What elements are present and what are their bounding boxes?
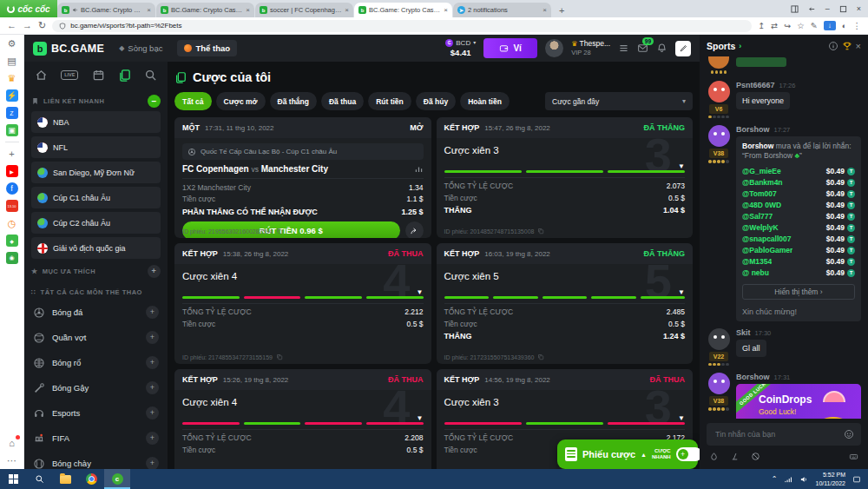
quick-link-item[interactable]: NBA (31, 111, 161, 133)
add-icon[interactable]: + (6, 148, 18, 160)
show-more-button[interactable]: Hiển thị thêm › (742, 284, 855, 300)
youtube-icon[interactable]: ▶ (6, 165, 18, 177)
quick-link-item[interactable]: San Diego, Mỹ Đơn Nữ (31, 162, 161, 183)
tab-close-icon[interactable]: × (246, 6, 250, 14)
match-row[interactable]: FC Copenhagen vs Manchester City (182, 164, 424, 174)
coindrops-card[interactable]: GOOD LUCK CoinDrops Good Luck! Grab (736, 384, 861, 419)
action-center-icon[interactable] (852, 475, 861, 484)
expand-sport-button[interactable]: + (146, 356, 159, 369)
volume-icon[interactable] (799, 475, 808, 484)
avatar[interactable] (708, 373, 730, 394)
file-explorer-icon[interactable] (52, 469, 78, 489)
chat-input-box[interactable] (707, 423, 861, 446)
quick-bet-toggle[interactable]: + (676, 447, 700, 461)
expand-caret-icon[interactable]: ▼ (417, 414, 424, 422)
share-page-icon[interactable]: ↪ (784, 22, 791, 30)
nav-sports[interactable]: Thể thao (177, 40, 237, 56)
recipient-name[interactable]: @ nebu (742, 268, 769, 277)
crown-icon[interactable]: ♛ (6, 72, 18, 84)
recipient-name[interactable]: @snapcall007 (742, 235, 792, 243)
betslip-button[interactable]: Phiếu cược ▲ CƯỢC NHANH + (557, 439, 698, 469)
browser-tab[interactable]: b BC.Game: Crypto Casino Gam × (156, 3, 254, 17)
bet-list-icon[interactable] (618, 43, 629, 54)
home-icon[interactable] (35, 69, 48, 82)
clock-icon[interactable]: ◷ (6, 217, 18, 229)
minimize-button[interactable]: – (825, 4, 830, 13)
bet-card[interactable]: MỘT 17:31, 11 thg 10, 2022 MỞ Quốc Tế Cấ… (174, 117, 431, 238)
my-bets-icon[interactable] (118, 69, 131, 82)
nav-casino[interactable]: ◆Sòng bạc (112, 40, 169, 56)
avatar[interactable] (708, 125, 730, 147)
facebook-icon[interactable]: f (6, 182, 18, 195)
start-button[interactable] (0, 469, 26, 489)
chat-input[interactable] (713, 429, 838, 439)
expand-sport-button[interactable]: + (146, 457, 159, 469)
tab-close-icon[interactable]: × (147, 6, 151, 14)
tab-search-icon[interactable] (791, 5, 799, 13)
chat-info-icon[interactable] (828, 41, 838, 51)
expand-sport-button[interactable]: + (146, 331, 159, 344)
chat-close-icon[interactable]: × (856, 41, 861, 51)
match-stats-icon[interactable] (414, 164, 424, 174)
copy-icon[interactable] (276, 228, 283, 235)
taskbar-clock[interactable]: 5:52 PM 10/11/2022 (815, 471, 845, 486)
inbox-icon[interactable]: 99 (637, 43, 648, 54)
rain-tip-icon[interactable] (709, 452, 719, 461)
share-bet-button[interactable] (405, 221, 424, 238)
bell-icon[interactable]: ⌂ (6, 437, 18, 449)
tab-close-icon[interactable]: × (542, 6, 547, 14)
download-manager-button[interactable]: ↓ (824, 21, 836, 30)
recipient-name[interactable]: @WelplyK (742, 223, 779, 232)
messenger-icon[interactable]: ⚡ (6, 89, 18, 102)
expand-sport-button[interactable]: + (146, 432, 159, 445)
filter-pill[interactable]: Rút tiền (368, 92, 411, 110)
restore-button[interactable] (839, 5, 847, 13)
quick-link-item[interactable]: Cúp C1 châu Âu (31, 187, 161, 208)
calendar-icon[interactable] (92, 69, 105, 82)
copy-icon[interactable] (276, 354, 283, 360)
recipient-name[interactable]: @Tom007 (742, 189, 777, 198)
copy-icon[interactable] (537, 354, 544, 360)
recipient-name[interactable]: @Bankm4n (742, 178, 783, 187)
quick-link-item[interactable]: Giải vô địch quốc gia (31, 237, 161, 259)
gear-icon[interactable]: ⚙ (6, 37, 18, 50)
trophy-icon[interactable] (842, 41, 852, 51)
quick-link-item[interactable]: NFL (31, 136, 161, 158)
filter-pill[interactable]: Tất cả (174, 92, 212, 110)
add-favorite-button[interactable]: + (148, 265, 161, 278)
recipient-name[interactable]: @G_mieEe (742, 167, 781, 175)
expand-caret-icon[interactable]: ▼ (678, 162, 685, 170)
recipient-name[interactable]: @48D 0WD (742, 201, 781, 209)
download-page-icon[interactable]: ↥ (758, 22, 765, 30)
tab-close-icon[interactable]: × (345, 6, 349, 14)
sport-item[interactable]: Bóng chày + (31, 451, 161, 469)
bookmark-star-icon[interactable]: ☆ (797, 22, 805, 30)
chat-toggle-icon[interactable] (675, 41, 691, 56)
browser-tab[interactable]: b soccer | FC Copenhagen vs N × (255, 3, 353, 17)
address-bar[interactable]: bc.game/vi/sports?bt-path=%2Fbets (52, 20, 752, 32)
currency-selector[interactable]: ₵BCD▾ $4.41 (445, 39, 476, 57)
translate-icon[interactable]: ⇄ (771, 22, 778, 30)
bcgame-logo[interactable]: b BC.GAME (33, 42, 104, 56)
sort-dropdown[interactable]: Cược gần đây▾ (545, 92, 693, 110)
sport-item[interactable]: Bóng đá + (31, 300, 161, 325)
network-icon[interactable] (784, 475, 792, 484)
filter-pill[interactable]: Cược mở (216, 92, 266, 110)
forward-icon[interactable]: → (23, 21, 32, 30)
pin-icon[interactable]: ◉ (6, 252, 18, 264)
filter-pill[interactable]: Đã thua (321, 92, 364, 110)
chevron-right-icon[interactable]: › (739, 42, 741, 50)
expand-caret-icon[interactable]: ▼ (678, 414, 685, 422)
expand-sport-button[interactable]: + (146, 381, 159, 394)
live-icon[interactable]: LIVE (61, 70, 78, 81)
zalo-icon[interactable]: Z (6, 107, 18, 119)
edit-icon[interactable]: ✎ (811, 22, 818, 30)
chrome-icon[interactable] (78, 469, 104, 489)
expand-caret-icon[interactable]: ▼ (678, 288, 685, 296)
sport-item[interactable]: Bóng rổ + (31, 350, 161, 375)
league-row[interactable]: Quốc Tế Cấp Câu Lạc Bộ - Cúp C1 châu Âu (182, 143, 424, 160)
browser-tab[interactable]: ➤ 2 notifications × (453, 3, 551, 17)
bet-card[interactable]: KẾT HỢP 15:47, 26 thg 8, 2022 ĐÃ THẮNG C… (437, 117, 694, 238)
avatar[interactable] (708, 81, 730, 102)
games-icon[interactable]: ▣ (6, 124, 18, 136)
